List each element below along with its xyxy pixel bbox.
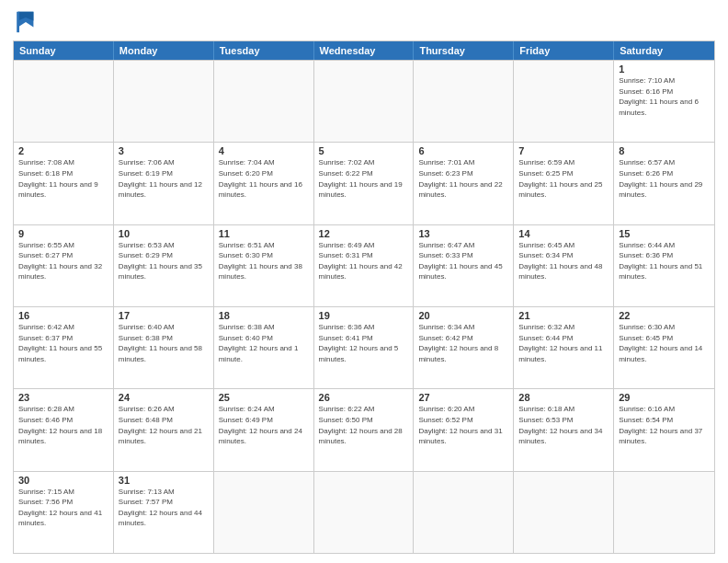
day-number: 9 <box>18 228 108 239</box>
weekday-header: Wednesday <box>314 41 415 60</box>
calendar-row: 30Sunrise: 7:15 AM Sunset: 7:56 PM Dayli… <box>14 471 714 553</box>
day-number: 2 <box>18 145 108 156</box>
day-info: Sunrise: 6:18 AM Sunset: 6:53 PM Dayligh… <box>518 404 609 446</box>
calendar-cell: 1Sunrise: 7:10 AM Sunset: 6:16 PM Daylig… <box>614 61 714 142</box>
calendar-header: SundayMondayTuesdayWednesdayThursdayFrid… <box>14 41 714 60</box>
weekday-header: Tuesday <box>214 41 314 60</box>
calendar-cell <box>314 472 415 553</box>
calendar-cell: 31Sunrise: 7:13 AM Sunset: 7:57 PM Dayli… <box>114 472 214 553</box>
day-info: Sunrise: 6:16 AM Sunset: 6:54 PM Dayligh… <box>619 404 710 446</box>
day-number: 18 <box>219 310 309 321</box>
calendar-cell: 29Sunrise: 6:16 AM Sunset: 6:54 PM Dayli… <box>614 389 714 470</box>
calendar-cell: 14Sunrise: 6:45 AM Sunset: 6:34 PM Dayli… <box>514 225 614 306</box>
day-info: Sunrise: 7:02 AM Sunset: 6:22 PM Dayligh… <box>319 157 409 200</box>
calendar-row: 1Sunrise: 7:10 AM Sunset: 6:16 PM Daylig… <box>14 60 714 142</box>
calendar-cell: 3Sunrise: 7:06 AM Sunset: 6:19 PM Daylig… <box>114 143 214 224</box>
calendar-cell <box>14 61 114 142</box>
day-number: 25 <box>219 392 309 403</box>
calendar-cell: 15Sunrise: 6:44 AM Sunset: 6:36 PM Dayli… <box>614 225 714 306</box>
day-number: 1 <box>619 63 710 75</box>
day-info: Sunrise: 6:42 AM Sunset: 6:37 PM Dayligh… <box>18 322 108 364</box>
day-info: Sunrise: 6:32 AM Sunset: 6:44 PM Dayligh… <box>518 322 609 364</box>
calendar-cell: 13Sunrise: 6:47 AM Sunset: 6:33 PM Dayli… <box>414 225 514 306</box>
calendar-cell: 24Sunrise: 6:26 AM Sunset: 6:48 PM Dayli… <box>114 389 214 470</box>
logo-icon <box>13 9 39 35</box>
day-number: 28 <box>518 392 609 403</box>
calendar-page: SundayMondayTuesdayWednesdayThursdayFrid… <box>0 0 728 563</box>
day-info: Sunrise: 7:10 AM Sunset: 6:16 PM Dayligh… <box>619 75 710 118</box>
weekday-header: Sunday <box>14 41 114 60</box>
calendar-cell: 7Sunrise: 6:59 AM Sunset: 6:25 PM Daylig… <box>514 143 614 224</box>
calendar-cell: 10Sunrise: 6:53 AM Sunset: 6:29 PM Dayli… <box>114 225 214 306</box>
day-info: Sunrise: 6:28 AM Sunset: 6:46 PM Dayligh… <box>18 404 108 446</box>
weekday-header: Saturday <box>614 41 714 60</box>
calendar-cell <box>214 472 314 553</box>
weekday-header: Thursday <box>414 41 514 60</box>
calendar-cell: 9Sunrise: 6:55 AM Sunset: 6:27 PM Daylig… <box>14 225 114 306</box>
day-info: Sunrise: 6:45 AM Sunset: 6:34 PM Dayligh… <box>518 240 609 282</box>
calendar-cell: 4Sunrise: 7:04 AM Sunset: 6:20 PM Daylig… <box>214 143 314 224</box>
calendar-cell <box>414 472 514 553</box>
calendar-cell: 16Sunrise: 6:42 AM Sunset: 6:37 PM Dayli… <box>14 307 114 388</box>
calendar-cell: 25Sunrise: 6:24 AM Sunset: 6:49 PM Dayli… <box>214 389 314 470</box>
day-number: 23 <box>18 392 108 403</box>
calendar-cell: 27Sunrise: 6:20 AM Sunset: 6:52 PM Dayli… <box>414 389 514 470</box>
calendar-cell: 8Sunrise: 6:57 AM Sunset: 6:26 PM Daylig… <box>614 143 714 224</box>
weekday-header: Friday <box>514 41 614 60</box>
calendar-cell: 28Sunrise: 6:18 AM Sunset: 6:53 PM Dayli… <box>514 389 614 470</box>
day-info: Sunrise: 6:57 AM Sunset: 6:26 PM Dayligh… <box>619 157 710 200</box>
calendar-body: 1Sunrise: 7:10 AM Sunset: 6:16 PM Daylig… <box>14 60 714 553</box>
day-info: Sunrise: 6:40 AM Sunset: 6:38 PM Dayligh… <box>119 322 209 364</box>
svg-rect-2 <box>17 12 19 32</box>
calendar-cell <box>214 61 314 142</box>
day-info: Sunrise: 6:36 AM Sunset: 6:41 PM Dayligh… <box>319 322 409 364</box>
calendar-cell: 21Sunrise: 6:32 AM Sunset: 6:44 PM Dayli… <box>514 307 614 388</box>
calendar-cell: 12Sunrise: 6:49 AM Sunset: 6:31 PM Dayli… <box>314 225 415 306</box>
day-number: 29 <box>619 392 710 403</box>
calendar-cell: 20Sunrise: 6:34 AM Sunset: 6:42 PM Dayli… <box>414 307 514 388</box>
calendar-cell: 11Sunrise: 6:51 AM Sunset: 6:30 PM Dayli… <box>214 225 314 306</box>
weekday-header: Monday <box>114 41 214 60</box>
day-info: Sunrise: 6:59 AM Sunset: 6:25 PM Dayligh… <box>518 157 609 200</box>
day-info: Sunrise: 6:53 AM Sunset: 6:29 PM Dayligh… <box>119 240 209 282</box>
calendar-cell: 23Sunrise: 6:28 AM Sunset: 6:46 PM Dayli… <box>14 389 114 470</box>
calendar-cell <box>514 61 614 142</box>
day-info: Sunrise: 6:44 AM Sunset: 6:36 PM Dayligh… <box>619 240 710 282</box>
calendar-cell <box>514 472 614 553</box>
calendar-cell <box>614 472 714 553</box>
calendar-cell: 26Sunrise: 6:22 AM Sunset: 6:50 PM Dayli… <box>314 389 415 470</box>
day-number: 8 <box>619 145 710 156</box>
day-number: 14 <box>518 228 609 239</box>
calendar-cell <box>414 61 514 142</box>
day-info: Sunrise: 6:26 AM Sunset: 6:48 PM Dayligh… <box>119 404 209 446</box>
calendar-cell: 17Sunrise: 6:40 AM Sunset: 6:38 PM Dayli… <box>114 307 214 388</box>
day-number: 21 <box>518 310 609 321</box>
calendar-cell: 30Sunrise: 7:15 AM Sunset: 7:56 PM Dayli… <box>14 472 114 553</box>
day-info: Sunrise: 6:34 AM Sunset: 6:42 PM Dayligh… <box>418 322 508 364</box>
calendar-cell: 18Sunrise: 6:38 AM Sunset: 6:40 PM Dayli… <box>214 307 314 388</box>
calendar-cell: 2Sunrise: 7:08 AM Sunset: 6:18 PM Daylig… <box>14 143 114 224</box>
day-info: Sunrise: 6:38 AM Sunset: 6:40 PM Dayligh… <box>219 322 309 364</box>
day-info: Sunrise: 7:01 AM Sunset: 6:23 PM Dayligh… <box>418 157 508 200</box>
day-info: Sunrise: 7:15 AM Sunset: 7:56 PM Dayligh… <box>18 487 108 529</box>
day-info: Sunrise: 7:13 AM Sunset: 7:57 PM Dayligh… <box>119 487 209 529</box>
day-number: 11 <box>219 228 309 239</box>
calendar-row: 16Sunrise: 6:42 AM Sunset: 6:37 PM Dayli… <box>14 306 714 388</box>
day-info: Sunrise: 6:47 AM Sunset: 6:33 PM Dayligh… <box>418 240 508 282</box>
day-info: Sunrise: 6:49 AM Sunset: 6:31 PM Dayligh… <box>319 240 409 282</box>
day-number: 17 <box>119 310 209 321</box>
day-number: 30 <box>18 475 108 486</box>
day-number: 26 <box>319 392 409 403</box>
logo <box>13 9 42 35</box>
day-number: 3 <box>119 145 209 156</box>
day-number: 16 <box>18 310 108 321</box>
day-number: 13 <box>418 228 508 239</box>
day-number: 4 <box>219 145 309 156</box>
day-number: 15 <box>619 228 710 239</box>
day-info: Sunrise: 7:06 AM Sunset: 6:19 PM Dayligh… <box>119 157 209 200</box>
day-number: 24 <box>119 392 209 403</box>
day-info: Sunrise: 6:30 AM Sunset: 6:45 PM Dayligh… <box>619 322 710 364</box>
calendar-row: 23Sunrise: 6:28 AM Sunset: 6:46 PM Dayli… <box>14 388 714 470</box>
day-number: 19 <box>319 310 409 321</box>
calendar-cell: 5Sunrise: 7:02 AM Sunset: 6:22 PM Daylig… <box>314 143 415 224</box>
